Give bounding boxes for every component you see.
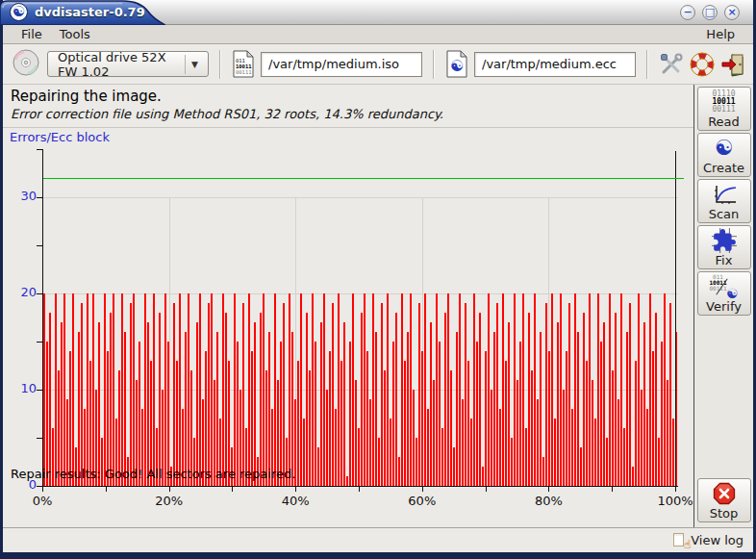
error-bar — [560, 293, 562, 486]
error-bar — [522, 293, 524, 486]
read-button[interactable]: 011101001100111 Read — [697, 87, 751, 131]
error-bar — [49, 313, 51, 486]
error-bar — [505, 361, 507, 486]
error-bar — [369, 399, 371, 486]
error-bar — [274, 293, 276, 486]
fix-button[interactable]: Fix — [697, 225, 751, 269]
error-bar — [63, 293, 65, 486]
error-bar — [248, 293, 250, 486]
minimize-button[interactable]: − — [680, 5, 695, 20]
x-tick — [486, 487, 487, 492]
error-bar — [159, 313, 161, 486]
error-bar — [632, 467, 634, 486]
help-lifebuoy-button[interactable] — [690, 51, 715, 78]
error-bar — [525, 428, 527, 486]
status-block: Repairing the image. Error correction fi… — [3, 85, 693, 128]
error-bar — [592, 380, 593, 486]
app-window: ☯ dvdisaster-0.79 − □ × File Tools Help — [0, 0, 756, 559]
error-bar — [563, 390, 565, 486]
verify-button-label: Verify — [706, 299, 742, 314]
ecc-file-input[interactable] — [474, 52, 636, 77]
close-button[interactable]: × — [724, 5, 740, 20]
preferences-tools-button[interactable] — [659, 51, 684, 78]
log-document-hand-icon: ☝ — [673, 533, 689, 548]
error-bar — [441, 428, 443, 486]
x-tick — [359, 487, 360, 492]
error-bar — [542, 457, 544, 486]
menu-file[interactable]: File — [13, 26, 51, 42]
error-bar — [493, 332, 495, 486]
error-bar — [384, 370, 386, 486]
scan-button[interactable]: Scan — [697, 179, 751, 223]
menu-help[interactable]: Help — [697, 26, 743, 42]
error-bar — [496, 303, 498, 486]
x-tick-label: 0% — [17, 494, 67, 508]
error-bar — [528, 313, 530, 486]
errors-chart: Errors/Ecc block 01020300%20%40%60%80%10… — [3, 128, 693, 484]
view-log-label: View log — [691, 533, 743, 547]
error-bar — [491, 390, 492, 486]
status-detail: Error correction file using Method RS01,… — [11, 107, 686, 121]
error-bar — [459, 293, 461, 486]
exit-door-icon — [720, 52, 745, 77]
error-bar — [185, 332, 187, 486]
error-bar — [586, 361, 588, 486]
error-bar — [626, 332, 628, 486]
quit-button[interactable] — [720, 51, 745, 78]
x-tick-label: 100% — [650, 494, 700, 508]
create-button[interactable]: ☯ Create — [697, 133, 751, 177]
read-button-label: Read — [708, 114, 740, 129]
error-bar — [629, 303, 631, 486]
position-cursor-line — [675, 151, 676, 486]
error-bar — [211, 293, 213, 486]
error-bar — [303, 419, 305, 486]
error-bar — [104, 293, 106, 486]
stop-octagon-icon — [713, 481, 736, 506]
error-bar — [508, 322, 510, 486]
error-bar — [352, 293, 354, 486]
verify-button[interactable]: 0111001100111 ☯ Verify — [697, 271, 751, 316]
error-bar — [413, 390, 415, 486]
error-bar — [401, 293, 403, 486]
menu-tools[interactable]: Tools — [51, 26, 99, 42]
error-bar — [329, 351, 331, 486]
error-bar — [234, 293, 236, 486]
error-bar — [470, 419, 472, 486]
error-bar — [433, 380, 435, 486]
view-log-button[interactable]: ☝ View log — [673, 533, 743, 548]
error-bar — [61, 322, 63, 486]
title-tab[interactable]: ☯ dvdisaster-0.79 — [0, 0, 165, 25]
create-button-label: Create — [703, 161, 744, 175]
y-tick-label: 10 — [8, 381, 37, 395]
drive-selector[interactable]: Optical drive 52X FW 1.02 ▼ — [47, 51, 209, 77]
error-bar — [216, 332, 218, 486]
lifebuoy-icon — [690, 52, 715, 77]
error-bar — [603, 322, 605, 486]
x-tick — [675, 487, 676, 492]
error-bar — [439, 342, 441, 486]
maximize-button[interactable]: □ — [702, 5, 718, 20]
error-bar — [655, 313, 657, 486]
error-bar — [133, 293, 135, 486]
error-bar — [283, 303, 285, 486]
stop-button[interactable]: Stop — [697, 478, 751, 522]
error-bar — [424, 293, 426, 486]
error-bar — [205, 351, 207, 486]
error-bar — [395, 313, 397, 486]
error-bar — [519, 342, 521, 486]
error-bar — [421, 351, 423, 486]
error-bar — [147, 322, 149, 486]
error-bar — [291, 332, 293, 486]
error-bar — [55, 293, 57, 486]
error-bar — [482, 467, 484, 486]
error-bar — [130, 303, 132, 486]
error-bar — [669, 303, 671, 486]
error-bar — [479, 313, 481, 486]
x-tick — [232, 487, 233, 492]
error-bar — [488, 293, 490, 486]
x-tick — [42, 487, 43, 492]
image-file-input[interactable] — [261, 52, 422, 77]
error-bar — [517, 380, 518, 486]
drive-selector-value: Optical drive 52X FW 1.02 — [58, 50, 177, 79]
error-bar — [69, 351, 71, 486]
